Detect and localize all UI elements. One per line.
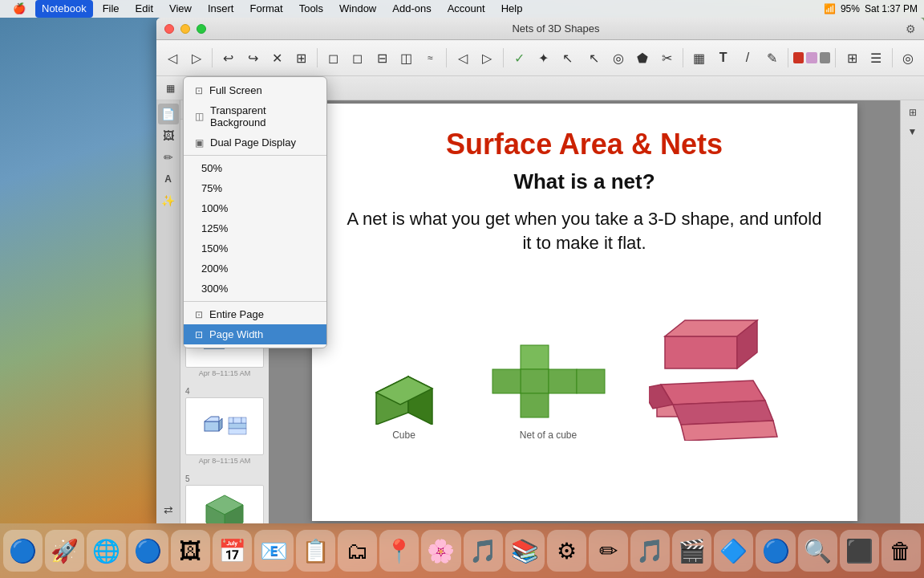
slide-5[interactable]: 5 Apr 9–8:20 AM	[180, 470, 269, 523]
menubar-edit[interactable]: Edit	[129, 0, 160, 18]
menubar-insert[interactable]: Insert	[201, 0, 241, 18]
menubar-file[interactable]: File	[96, 0, 126, 18]
text-icon[interactable]: T	[712, 47, 734, 69]
clock: Sat 1:37 PM	[865, 3, 918, 14]
fill-icon[interactable]: ▦	[688, 47, 710, 69]
dock-launchpad[interactable]: 🚀	[45, 530, 84, 572]
menubar-account[interactable]: Account	[441, 0, 492, 18]
zoom-100-option[interactable]: 100%	[184, 198, 326, 218]
menubar-tools[interactable]: Tools	[293, 0, 330, 18]
zoom-125-option[interactable]: 125%	[184, 218, 326, 238]
dock-files[interactable]: 🗂	[338, 530, 377, 572]
menubar-notebook[interactable]: Notebook	[35, 0, 93, 18]
expand-btn[interactable]: ⇄	[158, 499, 179, 520]
dock-books[interactable]: 📚	[505, 530, 545, 572]
select-btn[interactable]: ◻	[322, 47, 344, 69]
svg-marker-50	[681, 421, 777, 441]
expand-right-btn[interactable]: ⊞	[904, 104, 922, 121]
image-view-btn[interactable]: 🖼	[158, 125, 179, 146]
minimize-button[interactable]	[180, 24, 190, 34]
dock-chrome[interactable]: 🔵	[128, 530, 168, 572]
menubar-addons[interactable]: Add-ons	[386, 0, 437, 18]
dock-trash[interactable]: 🗑	[881, 530, 921, 572]
zoom-75-option[interactable]: 75%	[184, 178, 326, 198]
table-btn[interactable]: ⊞	[290, 47, 312, 69]
annotation-btn[interactable]: ✏	[158, 147, 179, 168]
zoom-300-option[interactable]: 300%	[184, 279, 326, 299]
dock-app1[interactable]: 🔷	[714, 530, 753, 572]
menubar: 🍎 Notebook File Edit View Insert Format …	[0, 0, 924, 18]
redo-button[interactable]: ↪	[242, 47, 264, 69]
nav-back-button[interactable]: ◁	[161, 47, 183, 69]
pencil-icon[interactable]: ✎	[761, 47, 783, 69]
lasso-icon[interactable]: ◎	[607, 47, 629, 69]
dock-search[interactable]: 🔍	[798, 530, 837, 572]
minus-btn[interactable]: ⊟	[371, 47, 393, 69]
dock-mail[interactable]: 📧	[254, 530, 294, 572]
toolbar-separator-4	[503, 48, 504, 67]
dock-settings[interactable]: ⚙	[547, 530, 586, 572]
maximize-button[interactable]	[197, 24, 206, 34]
menubar-format[interactable]: Format	[243, 0, 289, 18]
apple-menu[interactable]: 🍎	[6, 0, 32, 18]
dock-trash-empty[interactable]: ⬛	[840, 530, 879, 572]
menubar-view[interactable]: View	[163, 0, 198, 18]
toolbar-separator	[212, 48, 213, 67]
collapse-right-btn[interactable]: ▼	[904, 123, 922, 140]
fullscreen-option[interactable]: ⊡ Full Screen	[184, 80, 326, 100]
color2-btn[interactable]	[806, 52, 817, 63]
cursor-btn[interactable]: ↖	[557, 47, 578, 69]
dock-photos2[interactable]: 🌸	[421, 530, 460, 572]
dock-photos[interactable]: 🖼	[171, 530, 210, 572]
dock-spotify[interactable]: 🎵	[630, 530, 670, 572]
magic-btn[interactable]: ✨	[158, 190, 179, 211]
text-annot-btn[interactable]: A	[158, 169, 179, 189]
list-icon[interactable]: ☰	[865, 47, 887, 69]
rect-btn[interactable]: ◻	[346, 47, 368, 69]
menubar-window[interactable]: Window	[333, 0, 383, 18]
wavy-btn[interactable]: ≈	[419, 47, 441, 69]
color1-btn[interactable]	[793, 52, 804, 63]
fill-icon2[interactable]: ▦	[161, 79, 179, 97]
zoom-200-option[interactable]: 200%	[184, 258, 326, 279]
shape-icon[interactable]: ⬟	[632, 47, 654, 69]
transparent-bg-option[interactable]: ◫ Transparent Background	[184, 100, 326, 132]
dock-safari[interactable]: 🌐	[87, 530, 126, 572]
zoom-50-option[interactable]: 50%	[184, 158, 326, 178]
grid-icon[interactable]: ⊞	[841, 47, 862, 69]
dock-notebook[interactable]: ✏	[589, 530, 628, 572]
line-icon[interactable]: /	[736, 47, 758, 69]
nav-forward-button[interactable]: ▷	[185, 47, 207, 69]
cursor-icon[interactable]: ↖	[583, 47, 605, 69]
split-btn[interactable]: ◫	[395, 47, 417, 69]
dock-app2[interactable]: 🔵	[756, 530, 795, 572]
content-area: Surface Area & Nets What is a net? A net…	[269, 100, 900, 523]
menubar-help[interactable]: Help	[495, 0, 529, 18]
zoom-in-btn[interactable]: ▷	[476, 47, 497, 69]
checkbox-btn[interactable]: ✓	[509, 47, 530, 69]
wifi-icon: 📶	[824, 3, 836, 14]
page-width-option[interactable]: ⊡ Page Width	[184, 324, 326, 344]
dual-page-option[interactable]: ▣ Dual Page Display	[184, 132, 326, 153]
zoom-150-option[interactable]: 150%	[184, 238, 326, 258]
dock-maps[interactable]: 📍	[379, 530, 419, 572]
dock-zoom[interactable]: 🎬	[672, 530, 711, 572]
slide-4[interactable]: 4	[180, 382, 269, 470]
page-width-label: Page Width	[209, 328, 263, 340]
undo-button[interactable]: ↩	[217, 47, 239, 69]
zoom-out-btn[interactable]: ◁	[452, 47, 473, 69]
dock-music[interactable]: 🎵	[464, 530, 503, 572]
circle-icon[interactable]: ◎	[898, 47, 919, 69]
entire-page-option[interactable]: ⊡ Entire Page	[184, 304, 326, 324]
dock-finder[interactable]: 🔵	[3, 530, 43, 572]
scissors-icon[interactable]: ✂	[656, 47, 678, 69]
dock-calendar[interactable]: 📅	[213, 530, 252, 572]
color3-btn[interactable]	[820, 52, 831, 63]
zoom-200-label: 200%	[201, 263, 228, 275]
slides-view-btn[interactable]: 📄	[158, 104, 179, 124]
move-btn[interactable]: ✦	[533, 47, 554, 69]
close-btn[interactable]: ✕	[266, 47, 288, 69]
settings-icon[interactable]: ⚙	[906, 22, 916, 35]
close-button[interactable]	[164, 24, 174, 34]
dock-notes[interactable]: 📋	[296, 530, 335, 572]
